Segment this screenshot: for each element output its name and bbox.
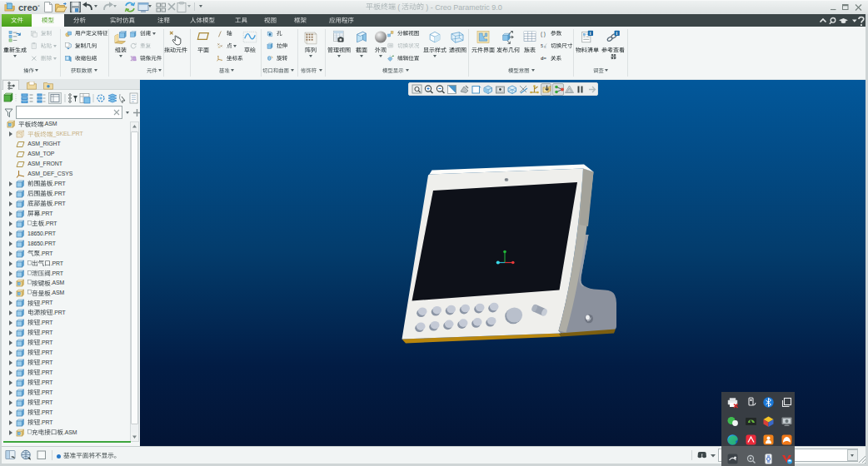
svg-text:x: x (544, 45, 546, 50)
svg-text:( ): ( ) (541, 31, 546, 37)
svg-text:5: 5 (541, 43, 543, 48)
svg-text:d=: d= (541, 56, 546, 61)
